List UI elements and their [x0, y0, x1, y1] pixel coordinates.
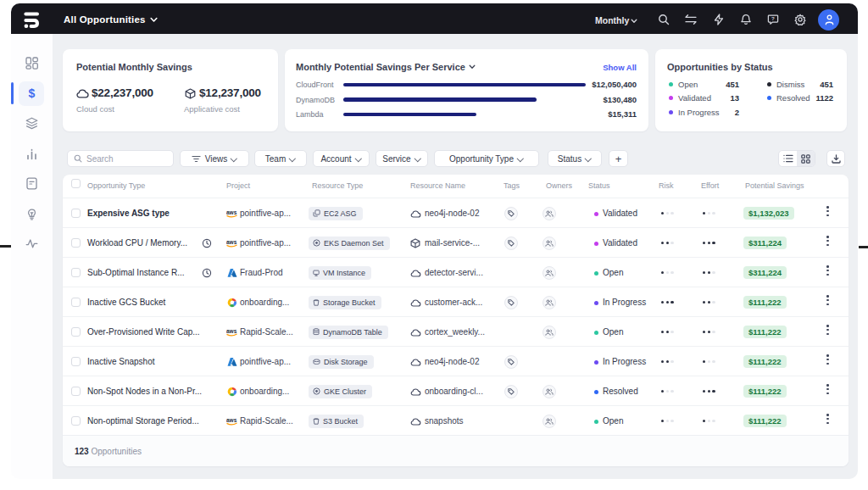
svg-text:aws: aws	[226, 209, 237, 215]
svg-text:aws: aws	[226, 239, 237, 245]
svg-text:aws: aws	[226, 328, 237, 334]
svg-text:aws: aws	[226, 417, 237, 423]
svg-text:?: ?	[771, 15, 775, 21]
